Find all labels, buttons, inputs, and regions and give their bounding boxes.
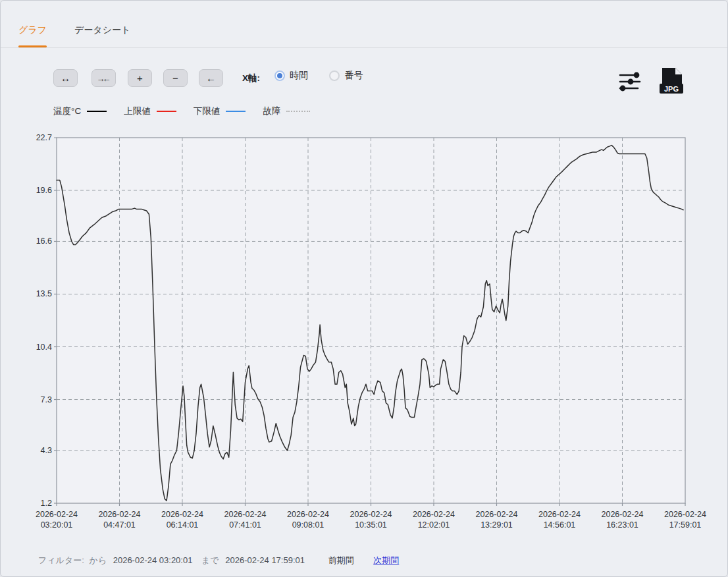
x-tick-time-label: 06:14:01 [167,520,199,530]
chart-legend: 温度°C 上限値 下限値 故障 [53,104,327,119]
filter-from-label: から [89,555,107,565]
tab-bar: グラフ データシート [1,1,727,48]
y-tick-label: 19.6 [36,186,52,195]
x-tick-date-label: 2026-02-24 [36,510,78,519]
active-tab-underline [18,45,47,47]
legend-upper-limit-label: 上限値 [124,105,151,117]
y-tick-label: 7.3 [41,395,52,404]
y-tick-label: 13.5 [36,289,52,298]
filter-to-value: 2026-02-24 17:59:01 [225,555,305,565]
minus-icon: − [172,72,178,84]
y-tick-label: 22.7 [36,133,52,142]
legend-temperature-label: 温度°C [53,105,81,117]
legend-item-upper-limit[interactable]: 上限値 [124,105,176,117]
legend-lower-limit-label: 下限値 [194,105,221,117]
x-tick-date-label: 2026-02-24 [287,510,329,519]
x-tick-date-label: 2026-02-24 [602,510,644,519]
legend-item-fault[interactable]: 故障 [263,105,310,117]
export-jpg-button[interactable]: JPG [658,67,685,98]
x-tick-date-label: 2026-02-24 [664,510,706,519]
arrow-left-icon: ← [206,72,216,84]
filter-label: フィルター: [38,555,84,565]
tab-datasheet[interactable]: データシート [74,24,130,36]
zoom-x-compress-button[interactable]: →← [91,69,116,87]
x-tick-time-label: 09:08:01 [292,520,325,530]
radio-selected-icon [274,70,285,81]
x-axis-mode-label: X軸: [242,72,260,84]
zoom-in-button[interactable]: + [128,69,152,87]
x-tick-date-label: 2026-02-24 [161,510,203,519]
x-tick-time-label: 04:47:01 [103,520,136,530]
svg-text:JPG: JPG [664,85,679,93]
x-tick-date-label: 2026-02-24 [476,510,518,519]
filter-from-value: 2026-02-24 03:20:01 [113,555,193,565]
filter-to-label: まで [201,555,219,565]
legend-upper-limit-line-swatch [157,111,176,112]
temperature-line-chart[interactable]: 22.719.616.613.510.47.34.31.22026-02-240… [1,129,728,536]
expand-horizontal-icon: ↔ [61,72,70,84]
previous-period-link[interactable]: 前期間 [328,555,354,565]
tab-graph[interactable]: グラフ [18,24,47,36]
x-tick-time-label: 07:41:01 [229,520,261,530]
x-tick-time-label: 12:02:01 [418,520,450,530]
y-tick-label: 4.3 [41,446,52,455]
x-tick-date-label: 2026-02-24 [99,510,141,519]
plus-icon: + [137,72,143,84]
x-tick-time-label: 16:23:01 [606,520,638,530]
compress-horizontal-icon: →← [97,70,109,87]
radio-number-label: 番号 [344,70,363,82]
radio-unselected-icon [329,70,340,81]
x-tick-date-label: 2026-02-24 [538,510,581,519]
legend-lower-limit-line-swatch [226,111,246,112]
y-tick-label: 1.2 [41,499,52,508]
x-tick-date-label: 2026-02-24 [224,510,267,519]
tab-graph-label: グラフ [18,24,47,35]
chart-settings-button[interactable] [618,71,642,95]
x-tick-time-label: 14:56:01 [544,520,576,530]
x-axis-mode-radio-group: 時間 番号 [274,70,381,84]
legend-temperature-line-swatch [87,111,107,112]
x-tick-time-label: 17:59:01 [669,520,702,530]
x-tick-time-label: 03:20:01 [41,520,73,530]
legend-fault-label: 故障 [263,105,280,117]
next-period-link[interactable]: 次期間 [373,555,399,565]
sliders-icon [618,71,642,92]
legend-item-temperature[interactable]: 温度°C [53,105,107,117]
radio-time-label: 時間 [290,70,308,82]
y-tick-label: 16.6 [36,236,52,246]
x-tick-date-label: 2026-02-24 [413,510,455,519]
graph-panel: グラフ データシート ↔ →← + − ← X軸: 時間 番号 [0,0,728,577]
radio-time[interactable]: 時間 [274,70,308,82]
legend-item-lower-limit[interactable]: 下限値 [194,105,246,117]
pan-left-button[interactable]: ← [199,69,223,87]
zoom-out-button[interactable]: − [163,69,188,87]
x-tick-time-label: 10:35:01 [355,520,387,530]
radio-number[interactable]: 番号 [329,70,363,82]
zoom-x-expand-button[interactable]: ↔ [53,69,78,87]
x-tick-date-label: 2026-02-24 [350,510,392,519]
jpg-file-icon: JPG [658,67,685,96]
tab-datasheet-label: データシート [74,24,130,35]
y-tick-label: 10.4 [36,343,52,352]
x-tick-time-label: 13:29:01 [481,520,513,530]
filter-bar: フィルター: から 2026-02-24 03:20:01 まで 2026-02… [38,555,399,566]
legend-fault-line-swatch [286,111,310,112]
